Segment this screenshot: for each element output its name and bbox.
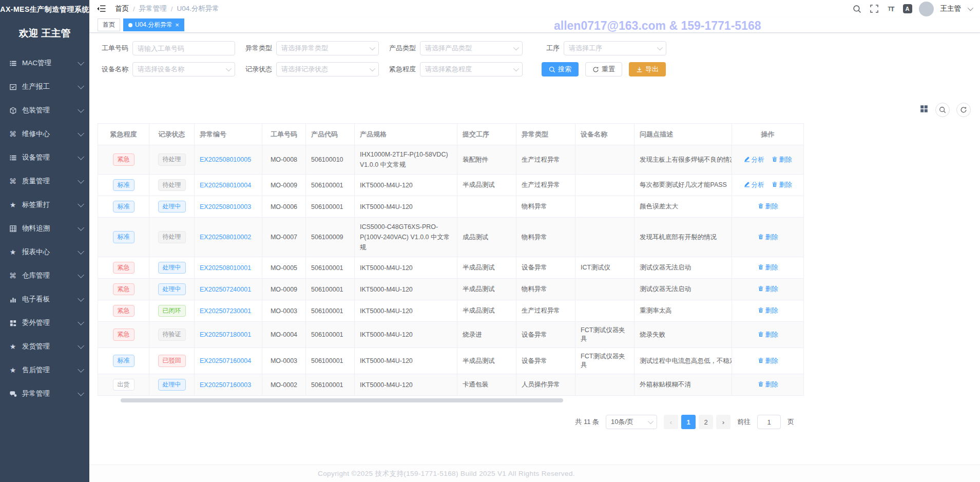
- table-header-row: 紧急程度 记录状态 异常编号 工单号码 产品代码 产品规格 提交工序 异常类型 …: [98, 124, 804, 145]
- delete-button[interactable]: 删除: [758, 357, 778, 365]
- chevron-down-icon: [78, 272, 84, 278]
- prev-page-button[interactable]: ‹: [664, 415, 678, 429]
- device-name-select[interactable]: 请选择设备名称: [132, 62, 235, 76]
- delete-button[interactable]: 删除: [758, 306, 778, 315]
- delete-button[interactable]: 删除: [772, 156, 792, 164]
- avatar[interactable]: [919, 2, 934, 16]
- sidebar-item-warehouse[interactable]: ⌘仓库管理: [0, 264, 89, 287]
- product-spec-cell: IKT5000-M4U-120: [355, 279, 457, 300]
- grid-icon[interactable]: [919, 104, 929, 115]
- exception-code-link[interactable]: EX202507160003: [200, 381, 251, 389]
- product-spec-cell: ICS5000-C48GT6XS-PRO-P(100V-240VAC) V1.0…: [355, 218, 457, 257]
- sidebar-item-label-reprint[interactable]: ★标签重打: [0, 193, 89, 217]
- app-title: AX-MES生产制造管理系统: [0, 0, 89, 14]
- process-cell: 烧录进: [457, 322, 516, 348]
- process-select[interactable]: 请选择工序: [564, 41, 666, 55]
- delete-button[interactable]: 删除: [758, 263, 778, 272]
- search-button[interactable]: 搜索: [542, 62, 579, 76]
- exception-type-select[interactable]: 请选择异常类型: [276, 41, 379, 55]
- page-button-2[interactable]: 2: [699, 415, 713, 429]
- sidebar-item-packaging[interactable]: 包装管理: [0, 99, 89, 122]
- exception-code-link[interactable]: EX202507180001: [200, 331, 251, 338]
- collapse-icon[interactable]: [97, 5, 106, 13]
- device-cell: [575, 218, 635, 257]
- actions-cell: 删除: [732, 348, 804, 374]
- chevron-down-icon: [78, 224, 84, 231]
- exception-code-link[interactable]: EX202507160004: [200, 357, 251, 364]
- username[interactable]: 王主管: [940, 4, 962, 13]
- search-icon[interactable]: [852, 4, 862, 14]
- sidebar-item-shipping[interactable]: ★发货管理: [0, 335, 89, 358]
- exception-type-cell: 物料异常: [516, 196, 575, 218]
- sidebar-item-outsourcing[interactable]: 委外管理: [0, 311, 89, 335]
- goto-page-input[interactable]: [757, 415, 781, 429]
- page-size-select[interactable]: 10条/页: [606, 415, 657, 429]
- chevron-down-icon: [78, 366, 84, 373]
- exception-code-link[interactable]: EX202507230001: [200, 307, 251, 315]
- sidebar-item-report-center[interactable]: ★报表中心: [0, 240, 89, 264]
- table-row: 紧急待验证EX202507180001MO-0004506100001IKT50…: [98, 322, 804, 348]
- tab-analysis-exception[interactable]: U04.分析异常 ×: [123, 18, 184, 31]
- process-cell: 半成品测试: [457, 348, 516, 374]
- delete-button[interactable]: 删除: [772, 181, 792, 189]
- language-icon[interactable]: A: [903, 4, 912, 13]
- fullscreen-icon[interactable]: [869, 4, 879, 14]
- exception-code-link[interactable]: EX202508010003: [200, 203, 251, 210]
- next-page-button[interactable]: ›: [716, 415, 731, 429]
- exception-type-cell: 生产过程异常: [516, 175, 575, 196]
- chevron-down-icon: [226, 66, 232, 71]
- sidebar-item-mac[interactable]: MAC管理: [0, 51, 89, 75]
- export-button[interactable]: 导出: [629, 62, 666, 76]
- urgency-select[interactable]: 请选择紧急程度: [420, 62, 523, 76]
- delete-button[interactable]: 删除: [758, 380, 778, 389]
- trash-icon: [772, 181, 778, 189]
- delete-button[interactable]: 删除: [758, 233, 778, 242]
- product-code-cell: 506100001: [306, 322, 355, 348]
- close-icon[interactable]: ×: [175, 22, 179, 28]
- analyze-button[interactable]: 分析: [744, 156, 764, 164]
- actions-cell: 删除: [732, 279, 804, 300]
- sidebar-item-material-trace[interactable]: 物料追溯: [0, 217, 89, 240]
- table-row: 标准已驳回EX202507160004MO-0003506100001IKT50…: [98, 348, 804, 374]
- sidebar-item-production-report[interactable]: 生产报工: [0, 75, 89, 99]
- refresh-icon[interactable]: [956, 103, 971, 117]
- device-cell: FCT测试仪器夹具: [575, 348, 635, 374]
- delete-button[interactable]: 删除: [758, 285, 778, 294]
- process-cell: 半成品测试: [457, 279, 516, 300]
- sidebar-item-quality[interactable]: ⌘质量管理: [0, 169, 89, 193]
- work-order-cell: MO-0007: [262, 218, 306, 257]
- product-type-select[interactable]: 请选择产品类型: [420, 41, 523, 55]
- sidebar-item-aftersales[interactable]: ★售后管理: [0, 358, 89, 382]
- delete-button[interactable]: 删除: [758, 331, 778, 339]
- exception-code-link[interactable]: EX202508010001: [200, 264, 251, 272]
- sidebar-item-dashboard[interactable]: 电子看板: [0, 287, 89, 311]
- product-code-cell: 506100001: [306, 175, 355, 196]
- process-cell: 卡通包装: [457, 374, 516, 396]
- record-status-select[interactable]: 请选择记录状态: [276, 62, 379, 76]
- breadcrumb-home[interactable]: 首页: [115, 4, 129, 13]
- work-order-input[interactable]: [138, 45, 230, 52]
- page-button-1[interactable]: 1: [681, 415, 696, 429]
- exception-code-link[interactable]: EX202508010005: [200, 156, 251, 163]
- chevron-down-icon[interactable]: [968, 5, 973, 11]
- exception-code-link[interactable]: EX202508010004: [200, 182, 251, 189]
- process-cell: 装配附件: [457, 145, 516, 175]
- tab-home[interactable]: 首页: [98, 18, 120, 31]
- sidebar-item-equipment[interactable]: 设备管理: [0, 146, 89, 169]
- exception-code-link[interactable]: EX202507240001: [200, 286, 251, 293]
- sidebar-item-repair-center[interactable]: ⌘维修中心: [0, 122, 89, 146]
- analyze-button[interactable]: 分析: [744, 181, 764, 189]
- font-size-icon[interactable]: TT: [886, 4, 896, 14]
- sidebar-item-exception[interactable]: 异常管理: [0, 382, 89, 406]
- breadcrumb-exception[interactable]: 异常管理: [139, 4, 167, 13]
- reset-button[interactable]: 重置: [585, 62, 622, 76]
- goto-label: 前往: [737, 417, 751, 427]
- delete-button[interactable]: 删除: [758, 202, 778, 211]
- device-cell: [575, 300, 635, 322]
- description-cell: 烧录失败: [635, 322, 732, 348]
- table-row: 紧急待处理EX202508010005MO-0008506100010IHX10…: [98, 145, 804, 175]
- exception-code-link[interactable]: EX202508010002: [200, 234, 251, 241]
- horizontal-scrollbar[interactable]: [121, 398, 563, 402]
- description-cell: 外箱标贴模糊不清: [635, 374, 732, 396]
- search-icon[interactable]: [935, 103, 950, 117]
